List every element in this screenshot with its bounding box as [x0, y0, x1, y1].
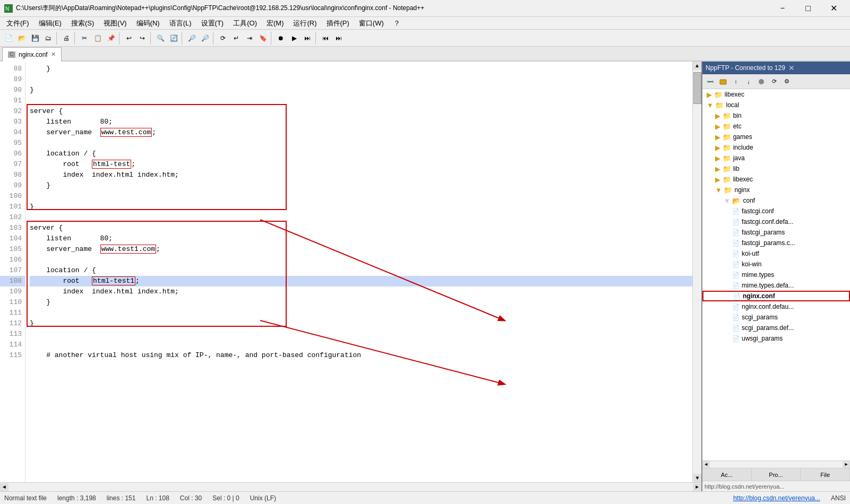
- toolbar-redo[interactable]: ↪: [136, 32, 149, 45]
- ln-102: 102: [0, 212, 25, 223]
- toolbar-step[interactable]: ⏭: [301, 32, 314, 45]
- tree-label: nginx.conf: [743, 292, 775, 300]
- maximize-button[interactable]: □: [796, 0, 820, 17]
- tree-item-libexec-top[interactable]: ▶ 📁 libexec: [702, 89, 850, 100]
- scrollbar-right[interactable]: ►: [693, 483, 701, 491]
- toolbar-new[interactable]: 📄: [2, 32, 15, 45]
- ln-98: 98: [0, 170, 25, 180]
- tree-label: fastcgi.conf.defa...: [742, 218, 793, 225]
- close-button[interactable]: ✕: [821, 0, 846, 17]
- tree-item-java[interactable]: ▶ 📁 java: [702, 153, 850, 163]
- nppftp-tab-ac[interactable]: Ac...: [702, 468, 752, 481]
- toolbar-macro[interactable]: ⏺: [274, 32, 287, 45]
- nppftp-tab-pro[interactable]: Pro...: [752, 468, 801, 481]
- tree-item-local[interactable]: ▼ 📁 local: [702, 100, 850, 110]
- nppftp-url-text: http://blog.csdn.net/yerenyua...: [705, 483, 784, 490]
- menu-language[interactable]: 语言(L): [165, 18, 196, 29]
- toolbar-print[interactable]: 🖨: [60, 32, 73, 45]
- tree-item-games[interactable]: ▶ 📁 games: [702, 132, 850, 142]
- nppftp-connect-btn[interactable]: [705, 76, 716, 88]
- menu-file[interactable]: 文件(F): [2, 18, 33, 29]
- menu-search[interactable]: 搜索(S): [67, 18, 98, 29]
- code-content[interactable]: } } server { listen 80; server_name www.…: [25, 62, 692, 482]
- tree-item-scgi-params-def[interactable]: 📄 scgi_params.def...: [702, 323, 850, 333]
- code-line-110: }: [30, 297, 692, 308]
- toolbar-sync[interactable]: ⟳: [217, 32, 229, 45]
- nppftp-refresh-btn[interactable]: ⟳: [768, 76, 780, 88]
- tree-item-fastcgi-params-c[interactable]: 📄 fastcgi_params.c...: [702, 238, 850, 248]
- nppftp-scrollbar-h[interactable]: ◄ ►: [702, 460, 850, 468]
- menu-view[interactable]: 视图(V): [99, 18, 131, 29]
- nppftp-open-btn[interactable]: [717, 76, 729, 88]
- tree-item-fastcgi-params[interactable]: 📄 fastcgi_params: [702, 227, 850, 238]
- toolbar-undo[interactable]: ↩: [123, 32, 135, 45]
- menu-tools[interactable]: 工具(O): [229, 18, 261, 29]
- tree-item-mime-types[interactable]: 📄 mime.types: [702, 270, 850, 280]
- menu-help[interactable]: ？: [389, 18, 405, 29]
- nppftp-scroll-right[interactable]: ►: [843, 461, 850, 468]
- scrollbar-thumb[interactable]: [693, 72, 701, 104]
- toolbar-copy[interactable]: 📋: [91, 32, 104, 45]
- scrollbar-down[interactable]: ▼: [693, 474, 701, 482]
- menu-run[interactable]: 运行(R): [289, 18, 321, 29]
- tree-item-lib[interactable]: ▶ 📁 lib: [702, 163, 850, 174]
- toolbar-replace[interactable]: 🔄: [167, 32, 180, 45]
- scrollbar-left[interactable]: ◄: [0, 483, 8, 491]
- nppftp-settings-btn[interactable]: ⚙: [781, 76, 793, 88]
- tree-item-conf[interactable]: ▼ 📂 conf: [702, 195, 850, 206]
- toolbar-sep8: [315, 32, 317, 45]
- toolbar-cut[interactable]: ✂: [78, 32, 91, 45]
- menu-settings[interactable]: 设置(T): [197, 18, 228, 29]
- tree-item-nginx-conf-defau[interactable]: 📄 nginx.conf.defau...: [702, 301, 850, 312]
- horizontal-scrollbar[interactable]: ◄ ►: [0, 482, 701, 491]
- toolbar-save[interactable]: 💾: [29, 32, 41, 45]
- tree-item-nginx-conf[interactable]: 📄 nginx.conf: [702, 291, 850, 301]
- tree-item-fastcgi-conf[interactable]: 📄 fastcgi.conf: [702, 206, 850, 216]
- tree-item-include[interactable]: ▶ 📁 include: [702, 142, 850, 153]
- toolbar-run[interactable]: ▶: [288, 32, 300, 45]
- menu-edit[interactable]: 编辑(E): [35, 18, 66, 29]
- menu-window[interactable]: 窗口(W): [355, 18, 388, 29]
- toolbar-bookmark[interactable]: 🔖: [256, 32, 269, 45]
- toolbar-zoomout[interactable]: 🔎: [199, 32, 211, 45]
- nppftp-file-tree[interactable]: ▶ 📁 libexec ▼ 📁 local ▶ 📁 bin ▶ 📁 etc ▶ …: [702, 89, 850, 460]
- menu-plugins[interactable]: 插件(P): [322, 18, 354, 29]
- tree-item-mime-types-defa[interactable]: 📄 mime.types.defa...: [702, 280, 850, 291]
- toolbar-extra1[interactable]: ⏮: [319, 32, 332, 45]
- menu-macro[interactable]: 宏(M): [262, 18, 288, 29]
- toolbar-extra2[interactable]: ⏭: [332, 32, 345, 45]
- toolbar-zoomin[interactable]: 🔎: [185, 32, 198, 45]
- tree-item-koi-win[interactable]: 📄 koi-win: [702, 259, 850, 270]
- nppftp-tab-file[interactable]: File: [801, 468, 850, 481]
- menu-encoding[interactable]: 编码(N): [132, 18, 164, 29]
- toolbar-find[interactable]: 🔍: [154, 32, 167, 45]
- tree-item-nginx[interactable]: ▼ 📁 nginx: [702, 185, 850, 195]
- nppftp-circle-btn[interactable]: [755, 76, 767, 88]
- tree-item-scgi-params[interactable]: 📄 scgi_params: [702, 312, 850, 323]
- tab-close-button[interactable]: ✕: [51, 51, 56, 58]
- tree-item-uwsgi-params[interactable]: 📄 uwsgi_params: [702, 333, 850, 344]
- tree-item-etc[interactable]: ▶ 📁 etc: [702, 121, 850, 132]
- nppftp-scroll-left[interactable]: ◄: [702, 461, 710, 468]
- nppftp-close-button[interactable]: ✕: [788, 64, 795, 72]
- code-line-107: location / {: [30, 265, 692, 276]
- vertical-scrollbar[interactable]: ▲ ▼: [692, 62, 701, 482]
- toolbar-open[interactable]: 📂: [15, 32, 28, 45]
- toolbar-saveall[interactable]: 🗂: [42, 32, 55, 45]
- toolbar-wrap[interactable]: ↵: [230, 32, 243, 45]
- tree-item-fastcgi-conf-defa[interactable]: 📄 fastcgi.conf.defa...: [702, 216, 850, 227]
- tree-item-koi-utf[interactable]: 📄 koi-utf: [702, 248, 850, 259]
- nppftp-download-btn[interactable]: ↓: [743, 76, 754, 88]
- tab-nginx-conf[interactable]: C nginx.conf ✕: [2, 47, 62, 62]
- status-type: Normal text file: [4, 494, 47, 502]
- scrollbar-up[interactable]: ▲: [693, 62, 701, 70]
- code-scroll[interactable]: 88 89 90 91 92 93 94 95 96 97 98 99 100 …: [0, 62, 701, 482]
- code-line-111: [30, 308, 692, 318]
- minimize-button[interactable]: －: [770, 0, 795, 17]
- code-area: 88 89 90 91 92 93 94 95 96 97 98 99 100 …: [0, 62, 701, 491]
- tree-item-libexec-local[interactable]: ▶ 📁 libexec: [702, 174, 850, 185]
- tree-item-bin[interactable]: ▶ 📁 bin: [702, 110, 850, 121]
- toolbar-indent[interactable]: ⇥: [243, 32, 256, 45]
- nppftp-upload-btn[interactable]: ↑: [730, 76, 742, 88]
- toolbar-paste[interactable]: 📌: [105, 32, 117, 45]
